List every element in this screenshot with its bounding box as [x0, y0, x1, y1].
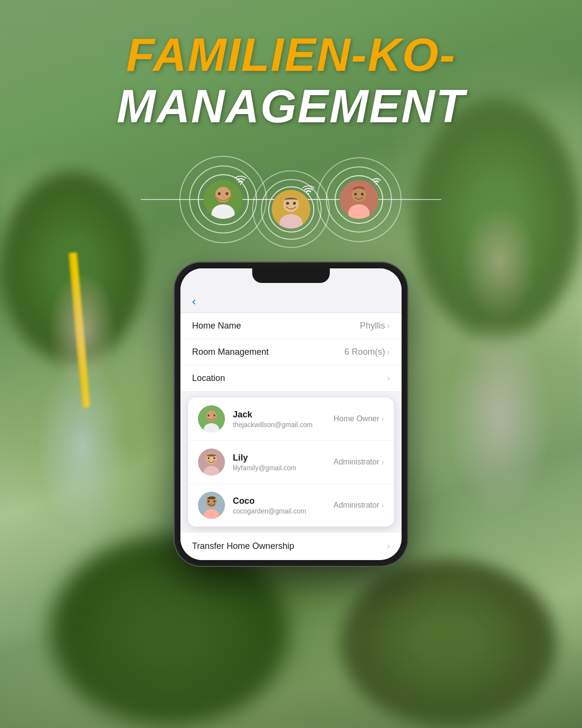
location-row[interactable]: Location › [180, 365, 402, 392]
lily-email: lilyfamily@gmail.com [233, 464, 326, 472]
wifi-icon-child [370, 175, 383, 189]
coco-role-container: Administrator › [334, 500, 384, 511]
phone-screen: ‹ Home Name Phyllis › Room Management 6 … [180, 268, 402, 560]
lily-name: Lily [233, 453, 326, 463]
svg-point-24 [213, 457, 215, 459]
coco-info: Coco cocogarden@gmail.com [233, 496, 326, 515]
svg-point-28 [208, 500, 210, 502]
phone-notch [252, 268, 330, 283]
svg-point-18 [208, 414, 210, 416]
jack-chevron: › [381, 414, 384, 424]
home-name-chevron: › [387, 321, 390, 331]
title-line1: FAMILIEN-KO- [117, 29, 466, 81]
svg-point-23 [208, 457, 210, 459]
member-avatar-coco [198, 492, 225, 519]
member-row-coco[interactable]: Coco cocogarden@gmail.com Administrator … [188, 484, 394, 527]
lily-info: Lily lilyfamily@gmail.com [233, 453, 326, 472]
svg-point-29 [213, 500, 215, 502]
avatar-ring-child [340, 180, 378, 219]
room-management-row[interactable]: Room Management 6 Room(s) › [180, 339, 402, 365]
svg-point-19 [213, 414, 215, 416]
coco-avatar-svg [198, 492, 225, 519]
members-card: Jack thejackwillson@gmail.com Home Owner… [188, 397, 394, 527]
coco-name: Coco [233, 496, 326, 506]
room-management-value: 6 Room(s) [344, 347, 385, 357]
home-name-row[interactable]: Home Name Phyllis › [180, 313, 402, 339]
nav-bar: ‹ [180, 290, 402, 313]
title-line2: MANAGEMENT [117, 81, 466, 132]
coco-chevron: › [381, 500, 384, 511]
phone-wrapper: ‹ Home Name Phyllis › Room Management 6 … [175, 263, 407, 566]
home-name-value-container: Phyllis › [360, 321, 390, 331]
room-management-value-container: 6 Room(s) › [344, 347, 390, 357]
jack-email: thejackwillson@gmail.com [233, 421, 326, 429]
avatar-mom [272, 190, 310, 229]
avatar-ring-jack [204, 180, 242, 219]
lily-role: Administrator [334, 458, 379, 466]
lily-avatar-svg [198, 448, 225, 476]
svg-point-9 [293, 202, 296, 205]
jack-name: Jack [233, 410, 326, 420]
header-title: FAMILIEN-KO- MANAGEMENT [117, 29, 466, 132]
jack-avatar-svg [198, 405, 225, 432]
avatar-ring-mom [272, 190, 310, 229]
jack-info: Jack thejackwillson@gmail.com [233, 410, 326, 429]
room-management-label: Room Management [192, 347, 269, 357]
member-row-jack[interactable]: Jack thejackwillson@gmail.com Home Owner… [188, 397, 394, 441]
jack-role-container: Home Owner › [334, 414, 384, 424]
location-value-container: › [387, 373, 390, 383]
phone-outer: ‹ Home Name Phyllis › Room Management 6 … [175, 263, 407, 566]
wifi-icon-jack [234, 175, 247, 189]
svg-point-3 [218, 192, 221, 195]
transfer-chevron: › [387, 541, 390, 551]
member-avatar-lily [198, 448, 225, 476]
member-avatar-jack [198, 405, 225, 432]
main-content: FAMILIEN-KO- MANAGEMENT [0, 0, 582, 728]
avatar-child [340, 180, 378, 219]
lily-chevron: › [381, 457, 384, 467]
coco-email: cocogarden@gmail.com [233, 507, 326, 515]
member-row-lily[interactable]: Lily lilyfamily@gmail.com Administrator … [188, 441, 394, 484]
room-management-chevron: › [387, 347, 390, 357]
coco-role: Administrator [334, 501, 379, 510]
lily-role-container: Administrator › [334, 457, 384, 467]
home-name-value: Phyllis [360, 321, 385, 331]
svg-point-13 [355, 193, 357, 196]
spacer1 [180, 392, 402, 397]
home-name-label: Home Name [192, 321, 241, 331]
jack-role: Home Owner [334, 414, 379, 423]
avatar-section [97, 146, 485, 253]
svg-point-1 [215, 187, 231, 202]
svg-point-8 [286, 202, 289, 205]
avatar-jack [204, 180, 242, 219]
svg-point-4 [226, 192, 228, 195]
transfer-row[interactable]: Transfer Home Ownership › [180, 532, 402, 560]
transfer-label: Transfer Home Ownership [192, 541, 294, 551]
location-chevron: › [387, 373, 390, 383]
location-label: Location [192, 373, 225, 383]
wifi-icon-mom [302, 185, 315, 199]
back-button[interactable]: ‹ [192, 295, 196, 308]
svg-point-14 [361, 193, 364, 196]
